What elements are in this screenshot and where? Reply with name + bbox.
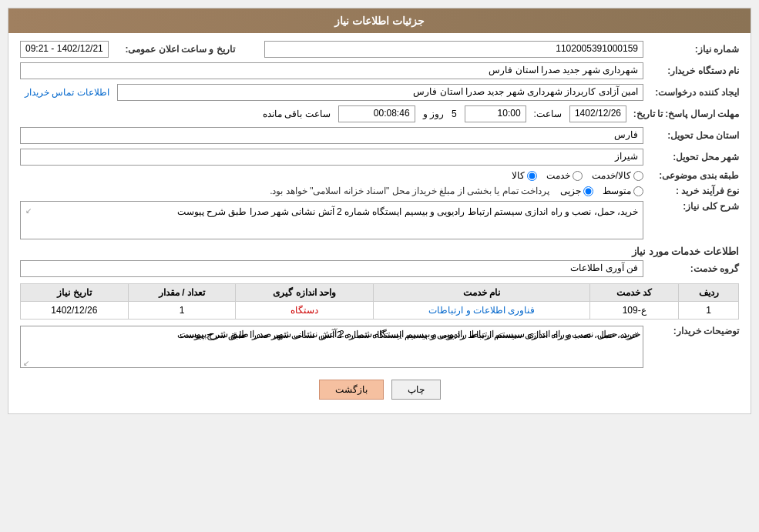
city-row: شهر محل تحویل: شیراز — [20, 149, 739, 166]
process-note: پرداخت تمام یا بخشی از مبلغ خریداز محل "… — [270, 186, 549, 196]
services-section-title: اطلاعات خدمات مورد نیاز — [20, 246, 739, 257]
buyer-name-row: نام دستگاه خریدار: شهرداری شهر جدید صدرا… — [20, 62, 739, 79]
province-row: استان محل تحویل: فارس — [20, 127, 739, 144]
need-number-label: شماره نیاز: — [646, 44, 739, 55]
buyer-desc-label: توضیحات خریدار: — [646, 326, 739, 336]
creator-row: ایجاد کننده درخواست: امین آزادی کاربرداز… — [20, 84, 739, 101]
service-group-row: گروه خدمت: فن آوری اطلاعات — [20, 260, 739, 277]
col-row-num: ردیف — [679, 284, 739, 302]
col-service-name: نام خدمت — [374, 284, 590, 302]
service-group-value: فن آوری اطلاعات — [20, 260, 643, 277]
buyer-name-label: نام دستگاه خریدار: — [646, 65, 739, 76]
category-radio-group: کالا/خدمت خدمت کالا — [512, 170, 643, 181]
table-row: 1 ع-109 فناوری اطلاعات و ارتباطات دستگاه… — [21, 302, 739, 320]
process-label: نوع فرآیند خرید : — [646, 186, 739, 196]
deadline-date: 1402/12/26 — [569, 105, 626, 122]
need-desc-row: شرح کلی نیاز: خرید، حمل، نصب و راه انداز… — [20, 201, 739, 239]
remaining-label: ساعت باقی مانده — [263, 109, 331, 119]
remaining-value: 00:08:46 — [338, 105, 415, 122]
days-label: روز و — [423, 109, 444, 119]
process-row: نوع فرآیند خرید : متوسط جزیی پرداخت تمام… — [20, 186, 739, 196]
radio-service-input[interactable] — [573, 171, 583, 181]
deadline-label: مهلت ارسال پاسخ: تا تاریخ: — [631, 109, 739, 119]
col-date: تاریخ نیاز — [21, 284, 129, 302]
resize-icon: ↙ — [23, 359, 29, 367]
cell-unit: دستگاه — [236, 302, 374, 320]
print-button[interactable]: چاپ — [391, 380, 441, 400]
need-number-value: 1102005391000159 — [264, 41, 643, 58]
announce-label: تاریخ و ساعت اعلان عمومی: — [112, 44, 235, 55]
cell-service-code: ع-109 — [590, 302, 679, 320]
cell-service-name: فناوری اطلاعات و ارتباطات — [374, 302, 590, 320]
radio-goods-input[interactable] — [527, 171, 537, 181]
time-label: ساعت: — [534, 109, 562, 119]
buyer-name-value: شهرداری شهر جدید صدرا استان فارس — [20, 62, 643, 79]
need-desc-label: شرح کلی نیاز: — [646, 201, 739, 212]
radio-partial: جزیی — [560, 186, 593, 196]
creator-value: امین آزادی کاربرداز شهرداری شهر جدید صدر… — [117, 84, 643, 101]
cell-count: 1 — [128, 302, 236, 320]
cell-date: 1402/12/26 — [21, 302, 129, 320]
deadline-time: 10:00 — [465, 105, 526, 122]
col-unit: واحد اندازه گیری — [236, 284, 374, 302]
city-value: شیراز — [20, 149, 643, 166]
page-title: جزئیات اطلاعات نیاز — [8, 8, 751, 33]
page-container: جزئیات اطلاعات نیاز شماره نیاز: 11020053… — [0, 0, 759, 422]
buyer-desc-text: خرید، حمل، نصب و راه اندازی سیستم ارتباط… — [180, 329, 640, 340]
radio-goods-service: کالا/خدمت — [592, 170, 643, 181]
deadline-row: مهلت ارسال پاسخ: تا تاریخ: 1402/12/26 سا… — [20, 105, 739, 122]
creator-label: ایجاد کننده درخواست: — [646, 87, 739, 98]
cell-row-num: 1 — [679, 302, 739, 320]
radio-medium: متوسط — [603, 186, 643, 196]
main-card: جزئیات اطلاعات نیاز شماره نیاز: 11020053… — [8, 8, 751, 414]
province-value: فارس — [20, 127, 643, 144]
category-label: طبقه بندی موضوعی: — [646, 170, 739, 181]
radio-goods: کالا — [512, 170, 537, 181]
buyer-desc-row: توضیحات خریدار: خرید، حمل، نصب و راه اند… — [20, 326, 739, 370]
card-body: شماره نیاز: 1102005391000159 تاریخ و ساع… — [8, 33, 751, 413]
city-label: شهر محل تحویل: — [646, 152, 739, 162]
services-table: ردیف کد خدمت نام خدمت واحد اندازه گیری ت… — [20, 283, 739, 320]
need-number-row: شماره نیاز: 1102005391000159 تاریخ و ساع… — [20, 41, 739, 58]
process-radio-group: متوسط جزیی — [560, 186, 643, 196]
back-button[interactable]: بازگشت — [319, 380, 384, 400]
days-value: 5 — [452, 109, 457, 119]
button-row: چاپ بازگشت — [20, 380, 739, 406]
col-count: تعداد / مقدار — [128, 284, 236, 302]
announce-value: 1402/12/21 - 09:21 — [20, 41, 109, 58]
radio-medium-input[interactable] — [633, 186, 643, 196]
radio-goods-service-input[interactable] — [633, 171, 643, 181]
need-desc-value: خرید، حمل، نصب و راه اندازی سیستم ارتباط… — [20, 201, 643, 239]
category-row: طبقه بندی موضوعی: کالا/خدمت خدمت کالا — [20, 170, 739, 181]
contact-link[interactable]: اطلاعات تماس خریدار — [25, 87, 109, 98]
col-service-code: کد خدمت — [590, 284, 679, 302]
province-label: استان محل تحویل: — [646, 130, 739, 141]
service-group-label: گروه خدمت: — [646, 263, 739, 274]
radio-partial-input[interactable] — [583, 186, 593, 196]
radio-service: خدمت — [546, 170, 583, 181]
